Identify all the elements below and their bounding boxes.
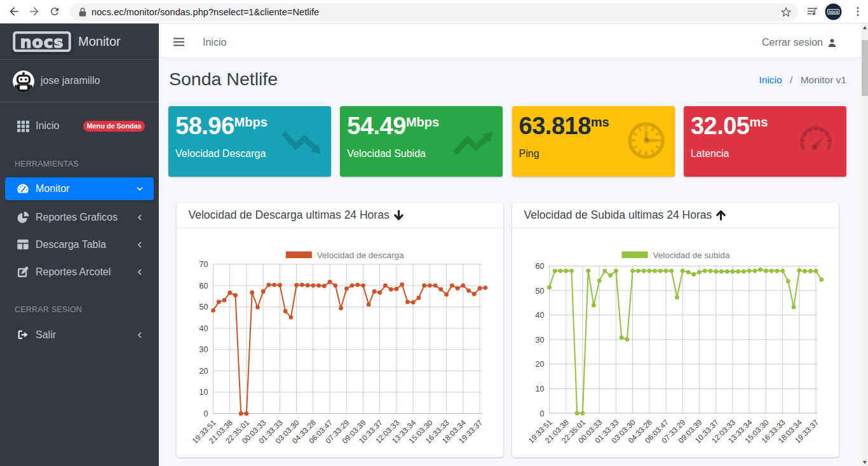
svg-text:70: 70 — [199, 260, 208, 269]
user-name-link[interactable]: jose jaramillo — [41, 75, 100, 86]
svg-text:Velocidad de subida: Velocidad de subida — [653, 250, 729, 260]
stat-card-ping: 63.818ms Ping — [512, 106, 675, 177]
upload-chart-title: Velocidad de Subida ultimas 24 Horas — [524, 209, 712, 222]
menu-de-sondas-badge: Menu de Sondas — [83, 121, 145, 132]
address-bar[interactable]: nocs.ec/monitor/sondas.php?nselect=1&cli… — [70, 3, 798, 21]
browser-refresh-button[interactable] — [46, 3, 64, 20]
lock-icon[interactable] — [78, 7, 88, 20]
stat-unit: ms — [591, 115, 609, 129]
navbar-home-link[interactable]: Inicio — [203, 37, 226, 48]
tachometer-icon — [16, 182, 30, 195]
sidebar-item-label: Reportes Graficos — [36, 212, 118, 223]
breadcrumb-home-link[interactable]: Inicio — [759, 74, 782, 85]
sidebar-item-label: Reportes Arcotel — [36, 266, 111, 278]
download-line-chart: 01020304050607019:33:5121:03:3822:35:010… — [177, 228, 503, 456]
trend-down-icon — [281, 131, 323, 158]
chevron-left-icon — [135, 240, 144, 252]
download-chart-body: 01020304050607019:33:5121:03:3822:35:010… — [177, 228, 503, 456]
upload-chart-header: Velocidad de Subida ultimas 24 Horas — [512, 203, 839, 229]
sidebar-item-label: Descarga Tabla — [36, 239, 106, 250]
three-dots-icon — [851, 5, 864, 18]
stat-cards-row: 58.96Mbps Velocidad Descarga 54.49Mbps V… — [168, 106, 846, 177]
page-title: Sonda Netlife — [169, 69, 278, 90]
svg-text:50: 50 — [199, 303, 208, 312]
brand-title: Monitor — [78, 34, 121, 49]
edit-icon — [16, 266, 30, 278]
svg-text:Velocidad de descarga: Velocidad de descarga — [316, 250, 403, 260]
stat-card-velocidad-descarga: 58.96Mbps Velocidad Descarga — [168, 106, 331, 177]
stat-unit: ms — [749, 115, 768, 129]
chevron-down-icon — [135, 184, 144, 196]
trend-up-icon — [453, 131, 495, 158]
sidebar-item-label: Inicio — [36, 120, 59, 132]
charts-row: Velocidad de Descarga ultimas 24 Horas 0… — [177, 203, 839, 457]
pie-chart-icon — [16, 211, 30, 224]
browser-menu-button[interactable] — [851, 5, 864, 20]
stat-value: 32.05ms — [691, 114, 768, 138]
content-area: Sonda Netlife Inicio / Monitor v1 58.96M… — [159, 58, 868, 466]
url-text[interactable]: nocs.ec/monitor/sondas.php?nselect=1&cli… — [92, 7, 319, 17]
svg-text:10: 10 — [199, 388, 208, 397]
stat-unit: Mbps — [406, 115, 439, 129]
scrollbar-up-arrow[interactable] — [862, 24, 868, 31]
upload-line-chart: 010203040506019:33:5121:03:3822:35:0100:… — [512, 228, 839, 456]
browser-back-button[interactable] — [5, 3, 23, 20]
svg-text:nocs: nocs — [829, 10, 839, 14]
stat-card-velocidad-subida: 54.49Mbps Velocidad Subida — [340, 106, 503, 177]
sidebar-item-salir[interactable]: Salir — [5, 324, 154, 346]
browser-profile-avatar[interactable]: nocs — [825, 3, 842, 23]
stat-card-latencia: 32.05ms Latencia — [684, 106, 846, 177]
svg-text:nocs: nocs — [20, 33, 64, 51]
forward-arrow-icon — [28, 5, 41, 18]
brand-link[interactable]: nocs Monitor — [0, 24, 159, 60]
page-scrollbar[interactable] — [862, 24, 868, 466]
svg-text:60: 60 — [535, 262, 544, 271]
sidebar-item-monitor[interactable]: Monitor — [5, 177, 154, 200]
breadcrumb-separator: / — [790, 74, 792, 85]
stat-label: Ping — [519, 148, 539, 160]
navbar-logout-link[interactable]: Cerrar sesion — [762, 37, 837, 48]
nocs-logo: nocs — [13, 31, 71, 52]
download-chart-title: Velocidad de Descarga ultimas 24 Horas — [189, 209, 390, 222]
browser-forward-button[interactable] — [25, 3, 43, 20]
browser-toolbar: nocs.ec/monitor/sondas.php?nselect=1&cli… — [0, 0, 868, 24]
breadcrumb-current: Monitor v1 — [801, 74, 846, 85]
hamburger-icon — [173, 38, 184, 46]
svg-text:60: 60 — [199, 282, 208, 291]
download-chart-header: Velocidad de Descarga ultimas 24 Horas — [177, 203, 503, 229]
upload-chart-card: Velocidad de Subida ultimas 24 Horas 010… — [512, 203, 839, 457]
robot-avatar-icon — [13, 71, 34, 92]
chevron-left-icon — [135, 268, 144, 279]
chevron-left-icon — [135, 213, 144, 224]
sidebar-item-label: Salir — [36, 329, 56, 341]
screenshot-root: nocs.ec/monitor/sondas.php?nselect=1&cli… — [0, 0, 868, 466]
user-panel: jose jaramillo — [0, 64, 159, 102]
download-chart-card: Velocidad de Descarga ultimas 24 Horas 0… — [177, 203, 503, 457]
sidebar-item-reportes-arcotel[interactable]: Reportes Arcotel — [5, 261, 154, 284]
sidebar-item-descarga-tabla[interactable]: Descarga Tabla — [5, 233, 154, 256]
sidebar-section-cerrar-sesion: CERRAR SESION — [15, 305, 82, 314]
bookmark-star-icon[interactable] — [780, 6, 792, 21]
chevron-left-icon — [135, 331, 144, 342]
svg-text:0: 0 — [539, 409, 544, 418]
upload-chart-body: 010203040506019:33:5121:03:3822:35:0100:… — [512, 228, 839, 456]
stat-label: Latencia — [691, 148, 729, 160]
grid-icon — [16, 120, 30, 132]
scrollbar-thumb[interactable] — [862, 40, 868, 96]
arrow-up-icon — [716, 210, 726, 221]
svg-text:30: 30 — [535, 336, 544, 345]
sidebar-item-inicio[interactable]: Inicio Menu de Sondas — [5, 114, 154, 137]
breadcrumb: Inicio / Monitor v1 — [759, 74, 847, 86]
stat-value: 63.818ms — [519, 114, 609, 138]
extension-playlist-icon[interactable] — [806, 4, 820, 21]
scrollbar-down-arrow[interactable] — [862, 458, 868, 466]
svg-text:40: 40 — [535, 311, 544, 320]
user-icon — [827, 38, 837, 48]
svg-text:20: 20 — [199, 367, 208, 376]
user-avatar[interactable] — [13, 71, 34, 92]
svg-text:0: 0 — [203, 409, 208, 418]
sidebar-item-reportes-graficos[interactable]: Reportes Graficos — [5, 206, 154, 229]
sidebar-toggle-button[interactable] — [173, 38, 184, 49]
back-arrow-icon — [8, 5, 20, 18]
svg-text:40: 40 — [199, 324, 208, 333]
